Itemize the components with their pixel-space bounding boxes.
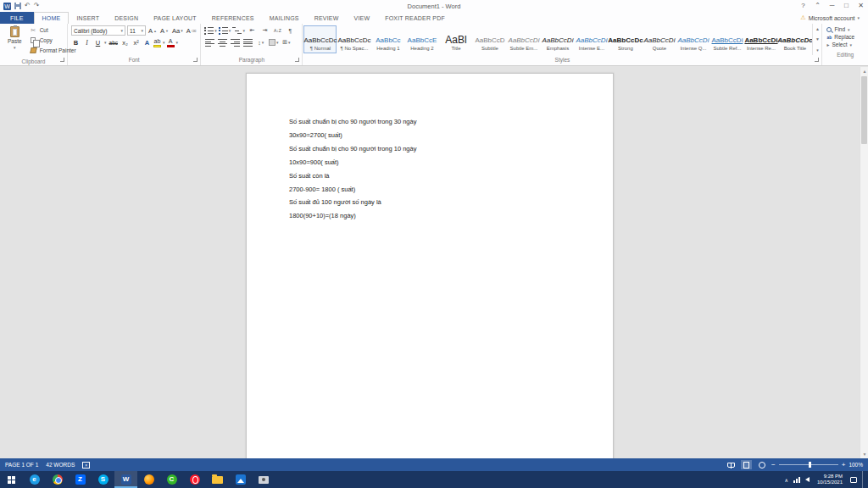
style-strong[interactable]: AaBbCcDcStrong	[609, 25, 642, 53]
gallery-more-button[interactable]: ▾	[813, 45, 821, 55]
proofing-status-icon[interactable]: ×	[82, 462, 90, 469]
word-count[interactable]: 42 WORDS	[46, 462, 75, 468]
underline-button[interactable]: U	[93, 37, 103, 47]
style-title[interactable]: AaBlTitle	[439, 25, 472, 53]
doc-line[interactable]: 1800(90+10)=(18 ngày)	[289, 209, 579, 223]
tab-mailings[interactable]: MAILINGS	[262, 12, 307, 24]
grow-font-button[interactable]: A▲	[147, 25, 158, 36]
tab-insert[interactable]: INSERT	[69, 12, 107, 24]
gallery-scroll-up-button[interactable]: ▲	[813, 24, 821, 34]
numbering-button[interactable]: ▾	[219, 25, 231, 36]
style-quote[interactable]: AaBbCcDiQuote	[643, 25, 676, 53]
text-highlight-button[interactable]: ab	[153, 38, 161, 47]
align-left-button[interactable]	[204, 37, 215, 47]
taskbar-coccoc[interactable]: C	[160, 471, 183, 488]
subscript-button[interactable]: x₂	[120, 37, 130, 47]
style-book-title[interactable]: AaBbCcDcBook Title	[778, 25, 811, 53]
font-family-select[interactable]: Calibri (Body) ▾	[71, 25, 125, 36]
font-dialog-launcher[interactable]	[193, 58, 198, 62]
volume-icon[interactable]	[805, 477, 810, 482]
line-spacing-button[interactable]: ↕▾	[255, 37, 266, 47]
zoom-in-button[interactable]: +	[842, 461, 846, 469]
increase-indent-button[interactable]: ⇥	[259, 25, 270, 36]
paragraph-dialog-launcher[interactable]	[295, 58, 299, 62]
zoom-slider-thumb[interactable]	[809, 462, 811, 468]
taskbar-opera[interactable]	[183, 471, 206, 488]
taskbar-word[interactable]: W	[114, 471, 137, 488]
style-subtle-emphasis[interactable]: AaBbCcDiSubtle Em...	[507, 25, 540, 53]
minimize-button[interactable]: ─	[825, 0, 839, 12]
style-intense-emphasis[interactable]: AaBbCcDiIntense E...	[575, 25, 608, 53]
italic-button[interactable]: I	[82, 37, 92, 47]
redo-button[interactable]: ↷	[34, 2, 40, 10]
undo-button[interactable]: ↶	[25, 2, 31, 10]
page-indicator[interactable]: PAGE 1 OF 1	[5, 462, 38, 468]
show-desktop-button[interactable]	[862, 471, 865, 488]
tab-file[interactable]: FILE	[0, 12, 34, 24]
style-heading-2[interactable]: AaBbCcEHeading 2	[405, 25, 438, 53]
taskbar-photos[interactable]	[229, 471, 252, 488]
decrease-indent-button[interactable]: ⇤	[247, 25, 258, 36]
gallery-scroll-down-button[interactable]: ▼	[813, 34, 821, 44]
tray-chevron-up-icon[interactable]: ∧	[785, 477, 788, 483]
select-button[interactable]: ▸ Select ▾	[826, 42, 864, 47]
sort-button[interactable]: A↓Z	[272, 25, 283, 36]
tab-view[interactable]: VIEW	[347, 12, 378, 24]
doc-line[interactable]: Số suất còn là	[289, 169, 579, 183]
zoom-slider[interactable]	[779, 464, 838, 465]
shading-button[interactable]: ▾	[268, 37, 279, 47]
find-button[interactable]: Find ▾	[826, 26, 864, 32]
multilevel-list-button[interactable]: ▾	[232, 25, 245, 36]
taskbar-camera[interactable]	[252, 471, 275, 488]
read-mode-button[interactable]	[726, 460, 737, 469]
doc-line[interactable]: Số suất chuẩn bị cho 90 người trong 10 n…	[289, 142, 579, 156]
save-button[interactable]	[14, 3, 21, 9]
bullets-button[interactable]: ▾	[204, 25, 217, 36]
web-layout-button[interactable]	[756, 460, 767, 469]
tab-design[interactable]: DESIGN	[107, 12, 146, 24]
vertical-scrollbar[interactable]: ▲ ▼	[860, 67, 868, 458]
style-heading-1[interactable]: AaBbCcHeading 1	[371, 25, 404, 53]
doc-line[interactable]: 30x90=2700( suất)	[289, 129, 579, 142]
clear-formatting-button[interactable]: A⌫	[186, 25, 198, 36]
shrink-font-button[interactable]: A▼	[159, 25, 170, 36]
font-size-select[interactable]: 11 ▾	[127, 25, 146, 36]
taskbar-firefox[interactable]	[137, 471, 160, 488]
align-center-button[interactable]	[217, 37, 228, 47]
document-text[interactable]: Số suất chuẩn bị cho 90 người trong 30 n…	[247, 74, 613, 223]
clipboard-dialog-launcher[interactable]	[60, 58, 64, 62]
scroll-down-button[interactable]: ▼	[860, 450, 868, 458]
style-intense-reference[interactable]: AaBbCcDiIntense Re...	[744, 25, 777, 53]
taskbar-zalo[interactable]: Z	[69, 471, 92, 488]
align-right-button[interactable]	[230, 37, 241, 47]
start-button[interactable]	[0, 471, 23, 488]
taskbar-chrome[interactable]	[46, 471, 69, 488]
zoom-level[interactable]: 100%	[849, 462, 863, 468]
doc-line[interactable]: Số suất đủ 100 người số ngày là	[289, 196, 579, 209]
taskbar-skype[interactable]: S	[92, 471, 114, 488]
style-intense-quote[interactable]: AaBbCcDiIntense Q...	[676, 25, 709, 53]
taskbar-edge[interactable]: e	[23, 471, 46, 488]
microsoft-account-button[interactable]: ⚠ Microsoft account ▾	[800, 12, 868, 24]
action-center-icon[interactable]	[850, 477, 857, 483]
replace-button[interactable]: ab Replace	[826, 34, 864, 40]
style-emphasis[interactable]: AaBbCcDiEmphasis	[541, 25, 574, 53]
doc-line[interactable]: 2700-900= 1800 ( suất)	[289, 183, 579, 197]
maximize-button[interactable]: □	[839, 0, 854, 12]
bold-button[interactable]: B	[71, 37, 81, 47]
close-button[interactable]: ✕	[854, 0, 868, 12]
doc-line[interactable]: 10x90=900( suất)	[289, 156, 579, 169]
style-subtle-reference[interactable]: AaBbCcDiSubtle Ref...	[710, 25, 743, 53]
text-effects-button[interactable]: A	[142, 37, 152, 47]
zoom-out-button[interactable]: −	[771, 461, 776, 469]
borders-button[interactable]: ⊞▾	[281, 37, 292, 47]
taskbar-clock[interactable]: 9:28 PM 10/15/2021	[815, 474, 845, 486]
justify-button[interactable]	[242, 37, 253, 47]
doc-line[interactable]: Số suất chuẩn bị cho 90 người trong 30 n…	[289, 115, 579, 129]
document-page[interactable]: Số suất chuẩn bị cho 90 người trong 30 n…	[246, 73, 614, 458]
scrollbar-thumb[interactable]	[861, 76, 867, 144]
print-layout-button[interactable]	[741, 460, 752, 469]
style-normal[interactable]: AaBbCcDc¶ Normal	[303, 25, 337, 53]
network-icon[interactable]	[793, 477, 800, 483]
show-hide-marks-button[interactable]: ¶	[285, 25, 296, 36]
